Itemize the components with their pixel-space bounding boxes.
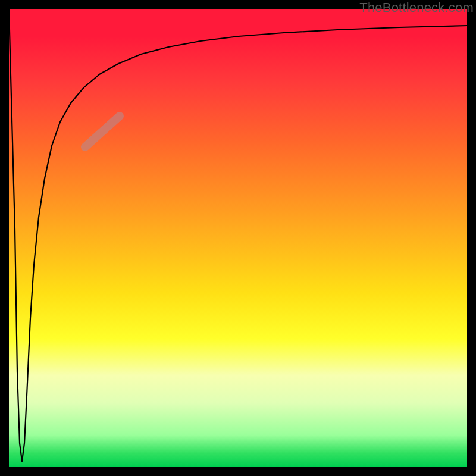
attribution-text: TheBottleneck.com: [359, 0, 474, 15]
plot-area: [9, 9, 467, 467]
curve-highlight: [85, 116, 120, 147]
chart-svg: [9, 9, 467, 467]
bottleneck-curve: [9, 9, 467, 461]
chart-frame: TheBottleneck.com: [0, 0, 476, 476]
